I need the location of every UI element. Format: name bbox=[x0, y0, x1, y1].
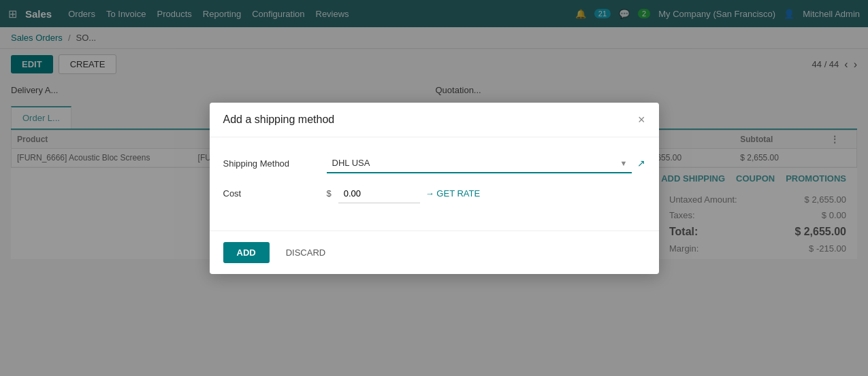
modal-body: Shipping Method DHL USA FedEx UPS USPS ▼… bbox=[210, 137, 659, 230]
cost-row: Cost $ → GET RATE bbox=[223, 184, 645, 203]
cost-currency: $ bbox=[327, 188, 332, 199]
discard-button[interactable]: DISCARD bbox=[278, 242, 334, 263]
shipping-method-row: Shipping Method DHL USA FedEx UPS USPS ▼… bbox=[223, 154, 645, 173]
cost-field: $ → GET RATE bbox=[327, 184, 645, 203]
modal-close-button[interactable]: × bbox=[638, 114, 645, 126]
modal-header: Add a shipping method × bbox=[210, 103, 659, 137]
shipping-method-label: Shipping Method bbox=[223, 158, 319, 169]
shipping-method-select[interactable]: DHL USA FedEx UPS USPS bbox=[327, 154, 632, 173]
cost-input[interactable] bbox=[338, 184, 420, 203]
shipping-method-field: DHL USA FedEx UPS USPS ▼ ↗ bbox=[327, 154, 645, 173]
cost-label: Cost bbox=[223, 188, 319, 199]
modal-footer: ADD DISCARD bbox=[210, 230, 659, 274]
external-link-icon[interactable]: ↗ bbox=[637, 158, 645, 169]
shipping-method-select-wrapper: DHL USA FedEx UPS USPS ▼ bbox=[327, 154, 632, 173]
get-rate-button[interactable]: → GET RATE bbox=[425, 188, 480, 199]
modal-overlay: Add a shipping method × Shipping Method … bbox=[0, 0, 868, 376]
add-button[interactable]: ADD bbox=[223, 242, 270, 263]
modal-dialog: Add a shipping method × Shipping Method … bbox=[210, 103, 659, 274]
modal-title: Add a shipping method bbox=[223, 114, 335, 126]
